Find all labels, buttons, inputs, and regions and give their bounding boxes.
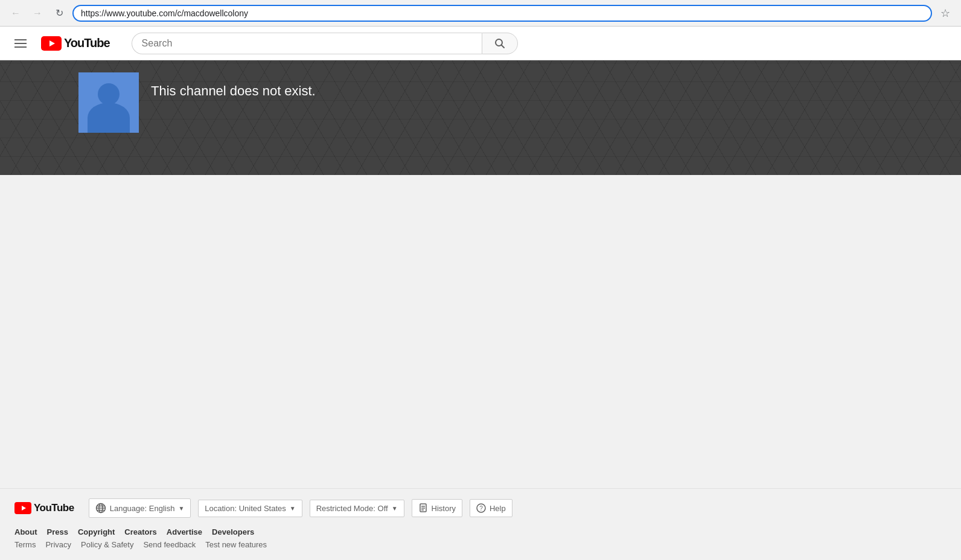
help-icon: ?	[476, 503, 486, 513]
search-icon	[494, 38, 505, 49]
footer-top-row: YouTube Language: English ▼ Location: Un…	[14, 498, 947, 527]
restricted-arrow-icon: ▼	[392, 505, 398, 512]
location-button[interactable]: Location: United States ▼	[198, 500, 302, 517]
youtube-footer: YouTube Language: English ▼ Location: Un…	[0, 488, 961, 560]
location-label: Location: United States	[205, 504, 286, 513]
footer-link-creators[interactable]: Creators	[124, 527, 156, 536]
footer-link-press[interactable]: Press	[47, 527, 68, 536]
footer-link-terms[interactable]: Terms	[14, 540, 36, 549]
footer-link-developers[interactable]: Developers	[212, 527, 254, 536]
forward-button[interactable]: →	[29, 5, 46, 22]
footer-youtube-logo[interactable]: YouTube	[14, 502, 74, 514]
restricted-mode-label: Restricted Mode: Off	[316, 504, 388, 513]
back-button[interactable]: ←	[7, 5, 24, 22]
help-label: Help	[490, 504, 506, 513]
bookmark-star-icon[interactable]: ☆	[937, 5, 954, 22]
help-button[interactable]: ? Help	[470, 499, 512, 517]
channel-banner: This channel does not exist.	[0, 60, 961, 175]
footer-link-advertise[interactable]: Advertise	[167, 527, 202, 536]
footer-youtube-logo-text: YouTube	[34, 502, 74, 514]
search-button[interactable]	[482, 33, 518, 54]
browser-chrome: ← → ↻ ☆	[0, 0, 961, 27]
language-arrow-icon: ▼	[178, 505, 184, 512]
footer-links-row2: Terms Privacy Policy & Safety Send feedb…	[14, 540, 947, 553]
footer-link-copyright[interactable]: Copyright	[78, 527, 115, 536]
footer-links-row1: About Press Copyright Creators Advertise…	[14, 527, 947, 540]
footer-youtube-logo-icon	[14, 502, 31, 514]
channel-avatar	[78, 72, 139, 133]
refresh-button[interactable]: ↻	[51, 5, 68, 22]
avatar-body	[88, 103, 130, 133]
avatar-silhouette	[78, 72, 139, 133]
main-content	[0, 175, 961, 488]
search-input[interactable]	[132, 33, 482, 54]
youtube-logo-icon	[41, 36, 62, 51]
history-icon	[418, 503, 428, 513]
footer-link-test-features[interactable]: Test new features	[205, 540, 267, 549]
location-arrow-icon: ▼	[290, 505, 296, 512]
hamburger-menu-button[interactable]	[10, 34, 31, 52]
language-label: Language: English	[110, 504, 175, 513]
footer-link-send-feedback[interactable]: Send feedback	[143, 540, 196, 549]
avatar-head	[98, 83, 120, 105]
footer-link-privacy[interactable]: Privacy	[45, 540, 71, 549]
svg-line-3	[501, 45, 504, 48]
youtube-logo-text: YouTube	[64, 36, 110, 50]
youtube-header: YouTube	[0, 27, 961, 60]
history-label: History	[432, 504, 456, 513]
svg-text:?: ?	[479, 505, 483, 512]
language-icon	[95, 503, 106, 514]
language-button[interactable]: Language: English ▼	[89, 498, 191, 518]
channel-error-message: This channel does not exist.	[151, 83, 316, 99]
restricted-mode-button[interactable]: Restricted Mode: Off ▼	[310, 500, 404, 517]
history-button[interactable]: History	[412, 499, 462, 517]
search-bar	[132, 33, 518, 54]
youtube-logo[interactable]: YouTube	[41, 36, 110, 51]
footer-link-policy-safety[interactable]: Policy & Safety	[81, 540, 133, 549]
footer-link-about[interactable]: About	[14, 527, 37, 536]
channel-info: This channel does not exist.	[139, 72, 328, 107]
address-bar[interactable]	[72, 5, 932, 22]
